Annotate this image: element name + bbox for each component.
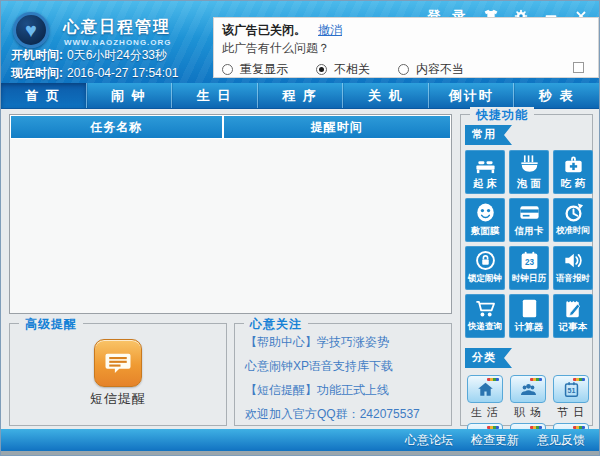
ad-undo-link[interactable]: 撤消 [318,23,342,37]
column-header-task-name[interactable]: 任务名称 [11,116,222,138]
shortcut-credit-card[interactable]: 信用卡 [509,198,549,242]
tab-countdown[interactable]: 倒计时 [429,83,515,108]
shortcut-label: 信用卡 [515,225,544,238]
shortcut-calculator[interactable]: 计算器 [509,294,549,338]
category-label: 生 活 [471,405,499,420]
current-time-line: 现在时间:2016-04-27 17:54:01 [11,65,178,82]
radio-repeat-display[interactable] [222,64,233,75]
shortcut-label: 敷面膜 [471,225,500,238]
shortcut-label: 计算器 [515,321,544,334]
task-table-body[interactable] [10,139,451,311]
app-window: ♥ 心意日程管理 WWW.NAOZHONG.ORG 开机时间:0天6小时24分3… [0,0,600,456]
category-tag: 分类 [465,348,512,368]
folder-frame: 51 [553,375,589,403]
sms-bubble-icon [103,348,133,378]
shortcut-label: 吃 药 [561,177,585,191]
common-tag: 常用 [465,125,512,145]
boot-time-value: 0天6小时24分33秒 [67,48,167,62]
shortcut-instant-noodles[interactable]: 泡 面 [509,150,549,194]
focus-panel: 心意关注 【帮助中心】学技巧涨姿势心意闹钟XP语音支持库下载【短信提醒】功能正式… [234,323,452,426]
current-time-value: 2016-04-27 17:54:01 [67,66,178,80]
app-subtitle-url: WWW.NAOZHONG.ORG [64,38,172,47]
focus-item[interactable]: 心意闹钟XP语音支持库下载 [235,354,451,378]
footer-bar: 心意论坛检查更新意见反馈 [1,429,599,451]
shortcut-label: 校准时间 [556,225,590,237]
shortcut-label: 锁定闹钟 [468,273,502,285]
shortcut-express-query[interactable]: 快递查询 [465,294,505,338]
tab-alarm[interactable]: 闹 钟 [87,83,173,108]
ad-option-repeat-display[interactable]: 重复显示 [222,61,288,78]
app-title: 心意日程管理 [63,17,171,38]
category-workplace[interactable]: 职 场 [507,375,549,420]
radio-irrelevant-selected[interactable] [316,64,327,75]
column-header-remind-time[interactable]: 提醒时间 [224,116,450,138]
task-table-header: 任务名称提醒时间 [10,115,451,139]
shortcut-label: 语音报时 [556,273,590,285]
calculator-icon [518,294,541,320]
nav-tabs: 首 页闹 钟生 日程 序关 机倒计时秒 表 [1,83,599,109]
focus-panel-title: 心意关注 [244,316,308,333]
category-holiday[interactable]: 51节 日 [550,375,592,420]
boot-time-line: 开机时间:0天6小时24分33秒 [11,47,167,64]
shortcut-notepad[interactable]: 记事本 [553,294,593,338]
ad-option-irrelevant[interactable]: 不相关 [316,61,370,78]
credit-card-icon [518,198,541,224]
quick-functions-panel: 快捷功能 常用 起 床泡 面吃 药敷面膜信用卡校准时间锁定闹钟23时钟日历语音报… [460,114,593,426]
bed-icon [474,150,497,176]
shortcut-take-medicine[interactable]: 吃 药 [553,150,593,194]
sms-reminder-button[interactable] [94,339,142,387]
current-time-label: 现在时间: [11,66,63,80]
task-table: 任务名称提醒时间 [9,114,452,314]
noodles-icon [518,150,541,176]
focus-item[interactable]: 欢迎加入官方QQ群：242075537 [235,402,451,426]
shortcut-label: 时钟日历 [512,273,546,285]
ad-corner-box[interactable] [573,62,584,73]
lock-icon [474,246,497,272]
shortcut-calibrate-time[interactable]: 校准时间 [553,198,593,242]
home-icon [476,380,495,399]
tab-shutdown[interactable]: 关 机 [343,83,429,108]
footer-link-forum[interactable]: 心意论坛 [405,432,453,449]
focus-item[interactable]: 【帮助中心】学技巧涨姿势 [235,330,451,354]
svg-text:51: 51 [567,387,575,395]
calibrate-time-icon [562,198,585,224]
footer-link-feedback[interactable]: 意见反馈 [537,432,585,449]
category-label: 节 日 [557,405,585,420]
mask-icon [474,198,497,224]
focus-item[interactable]: 【短信提醒】功能正式上线 [235,378,451,402]
advanced-reminder-panel: 高级提醒 短信提醒 [9,323,227,426]
shortcut-clock-calendar[interactable]: 23时钟日历 [509,246,549,290]
shortcut-grid: 起 床泡 面吃 药敷面膜信用卡校准时间锁定闹钟23时钟日历语音报时快递查询计算器… [461,150,592,338]
footer-link-check-update[interactable]: 检查更新 [471,432,519,449]
notebook-icon [562,294,585,320]
speaker-icon [562,246,585,272]
shortcut-label: 快递查询 [468,321,502,333]
radio-inappropriate[interactable] [398,64,409,75]
category-life[interactable]: 生 活 [464,375,506,420]
sms-reminder-label: 短信提醒 [10,390,226,408]
ad-option-group: 重复显示不相关内容不当 [222,61,590,78]
calendar-clock-icon: 23 [518,246,541,272]
shortcut-wake-up[interactable]: 起 床 [465,150,505,194]
shortcut-face-mask[interactable]: 敷面膜 [465,198,505,242]
window-bottom-border [1,451,599,455]
shortcut-lock-alarm[interactable]: 锁定闹钟 [465,246,505,290]
focus-list: 【帮助中心】学技巧涨姿势心意闹钟XP语音支持库下载【短信提醒】功能正式上线欢迎加… [235,330,451,426]
svg-text:23: 23 [524,258,534,267]
ad-option-label: 重复显示 [240,61,288,78]
tab-stopwatch[interactable]: 秒 表 [514,83,599,108]
ad-option-label: 不相关 [334,61,370,78]
folder-frame [467,375,503,403]
quick-functions-title: 快捷功能 [470,107,534,124]
ad-option-inappropriate[interactable]: 内容不当 [398,61,464,78]
tab-home[interactable]: 首 页 [1,83,87,108]
app-logo-heart-clock-icon: ♥ [13,12,49,48]
ad-feedback-panel: 该广告已关闭。撤消 此广告有什么问题？ 重复显示不相关内容不当 [213,17,599,78]
shortcut-label: 起 床 [473,177,497,191]
folder-frame [510,375,546,403]
ad-option-label: 内容不当 [416,61,464,78]
ad-closed-text: 该广告已关闭。撤消 [222,22,590,39]
shortcut-voice-time[interactable]: 语音报时 [553,246,593,290]
tab-birthday[interactable]: 生 日 [172,83,258,108]
tab-program[interactable]: 程 序 [258,83,344,108]
